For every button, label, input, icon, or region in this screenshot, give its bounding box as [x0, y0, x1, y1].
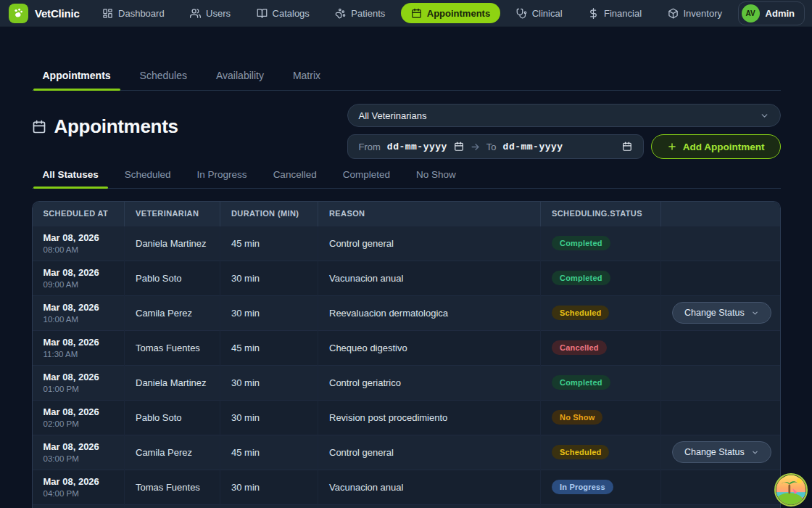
table-row: Mar 08, 2026 01:00 PM Daniela Martinez 3… — [33, 365, 780, 400]
section-tab[interactable]: Appointments — [32, 62, 122, 90]
scheduled-at-cell: Mar 08, 2026 — [33, 504, 125, 508]
from-date-picker-icon[interactable] — [454, 142, 464, 152]
status-tab[interactable]: Cancelled — [262, 162, 328, 188]
veterinarian-select[interactable]: All Veterinarians — [347, 104, 781, 127]
duration-cell: 30 min — [220, 365, 318, 400]
reason-cell: Revision post procedimiento — [318, 400, 541, 435]
avatar: AV — [742, 4, 760, 22]
section-tabs: Appointments Schedules Availability Matr… — [32, 62, 781, 91]
actions-cell — [661, 261, 780, 295]
reason-cell: Reevaluacion dermatologica — [318, 295, 541, 330]
from-date-input[interactable]: dd-mm-yyyy — [387, 142, 447, 152]
appointment-time: 11:30 AM — [44, 350, 114, 359]
tropical-island-icon — [774, 473, 808, 507]
status-tab[interactable]: In Progress — [186, 162, 258, 188]
status-badge: Cancelled — [552, 340, 607, 355]
content: Appointments Schedules Availability Matr… — [32, 62, 781, 508]
status-cell: Completed — [541, 226, 661, 261]
nav-item[interactable]: Catalogs — [246, 3, 320, 23]
change-status-label: Change Status — [684, 447, 745, 457]
status-tab[interactable]: Scheduled — [114, 162, 182, 188]
top-navbar: VetClinic Dashboard Users Catalogs Patie… — [0, 0, 812, 27]
table-row: Mar 08, 2026 04:00 PM Tomas Fuentes 30 m… — [33, 470, 780, 504]
status-tab[interactable]: All Statuses — [32, 162, 109, 188]
nav-item[interactable]: Users — [180, 3, 241, 23]
appointments-table: SCHEDULED ATVETERINARIANDURATION (MIN)RE… — [32, 201, 781, 508]
veterinarian-cell: Tomas Fuentes — [125, 330, 220, 365]
nav-item[interactable]: Patients — [325, 3, 395, 23]
table-row: Mar 08, 2026 10:00 AM Camila Perez 30 mi… — [33, 295, 780, 330]
nav-item-icon — [668, 8, 679, 19]
section-tab[interactable]: Availability — [205, 62, 275, 90]
floating-orb-widget[interactable] — [774, 473, 808, 507]
change-status-button[interactable]: Change Status — [672, 441, 771, 463]
appointment-date: Mar 08, 2026 — [44, 232, 114, 243]
duration-cell — [220, 504, 318, 508]
add-appointment-button[interactable]: Add Appointment — [651, 134, 781, 159]
status-tab[interactable]: Completed — [332, 162, 401, 188]
brand: VetClinic — [6, 4, 87, 23]
appointment-date: Mar 08, 2026 — [44, 267, 114, 278]
nav-item[interactable]: Appointments — [401, 3, 500, 23]
status-badge: No Show — [552, 410, 602, 425]
to-date-picker-icon[interactable] — [622, 142, 632, 152]
appointment-time: 01:00 PM — [44, 385, 114, 393]
user-menu[interactable]: AV Admin — [738, 1, 805, 25]
title-wrap: Appointments — [32, 115, 178, 138]
scheduled-at-cell: Mar 08, 2026 02:00 PM — [33, 400, 125, 435]
status-badge: Completed — [552, 271, 610, 285]
status-cell: No Show — [541, 400, 661, 435]
nav-item-label: Dashboard — [118, 8, 165, 19]
nav-item-icon — [190, 8, 201, 19]
status-badge: Scheduled — [552, 445, 609, 459]
nav-item-label: Users — [206, 8, 231, 19]
duration-cell: 30 min — [220, 295, 318, 330]
user-label: Admin — [766, 8, 795, 19]
scheduled-at-cell: Mar 08, 2026 10:00 AM — [33, 295, 125, 330]
status-cell: In Progress — [541, 470, 661, 504]
nav-item-icon — [102, 8, 113, 19]
reason-cell: Control general — [318, 435, 541, 470]
nav-item-label: Catalogs — [273, 8, 310, 19]
section-tab[interactable]: Schedules — [129, 62, 198, 90]
appointment-date: Mar 08, 2026 — [44, 302, 114, 313]
nav-item[interactable]: Inventory — [658, 3, 732, 23]
veterinarian-cell: Camila Perez — [125, 435, 220, 470]
table-row: Mar 08, 2026 11:30 AM Tomas Fuentes 45 m… — [33, 330, 780, 365]
table-row: Mar 08, 2026 02:00 PM Pablo Soto 30 min … — [33, 400, 780, 435]
nav-item[interactable]: Clinical — [506, 3, 573, 23]
reason-cell: Control general — [318, 226, 541, 261]
scheduled-at-cell: Mar 08, 2026 03:00 PM — [33, 435, 125, 470]
scheduled-at-cell: Mar 08, 2026 04:00 PM — [33, 470, 125, 504]
page-title: Appointments — [54, 115, 178, 138]
plus-icon — [667, 142, 677, 152]
chevron-down-icon — [760, 111, 769, 120]
filter-controls: All Veterinarians From dd-mm-yyyy To dd-… — [347, 104, 781, 159]
veterinarian-cell: Pablo Soto — [125, 400, 220, 435]
paw-icon — [12, 7, 25, 20]
veterinarian-cell — [125, 504, 220, 508]
table-header-row: SCHEDULED ATVETERINARIANDURATION (MIN)RE… — [33, 202, 780, 226]
column-header — [661, 202, 780, 226]
duration-cell: 45 min — [220, 226, 318, 261]
appointment-time: 09:00 AM — [44, 280, 114, 289]
reason-cell: Control geriatrico — [318, 365, 541, 400]
appointment-date: Mar 08, 2026 — [44, 476, 114, 487]
status-tab[interactable]: No Show — [405, 162, 467, 188]
status-cell: Scheduled — [541, 295, 661, 330]
add-appointment-label: Add Appointment — [683, 142, 765, 152]
toolbar: Appointments All Veterinarians From dd-m… — [32, 104, 781, 159]
column-header: SCHEDULED AT — [33, 202, 125, 226]
reason-cell: Chequeo digestivo — [318, 330, 541, 365]
nav-item[interactable]: Dashboard — [92, 3, 175, 23]
section-tab[interactable]: Matrix — [282, 62, 331, 90]
appointment-date: Mar 08, 2026 — [44, 441, 114, 452]
from-label: From — [359, 142, 381, 152]
to-date-input[interactable]: dd-mm-yyyy — [503, 142, 563, 152]
status-tab-label: All Statuses — [43, 169, 99, 180]
scheduled-at-cell: Mar 08, 2026 11:30 AM — [33, 330, 125, 365]
appointment-date: Mar 08, 2026 — [44, 337, 114, 348]
status-badge: In Progress — [552, 480, 613, 494]
nav-item[interactable]: Financial — [578, 3, 652, 23]
change-status-button[interactable]: Change Status — [672, 302, 771, 324]
